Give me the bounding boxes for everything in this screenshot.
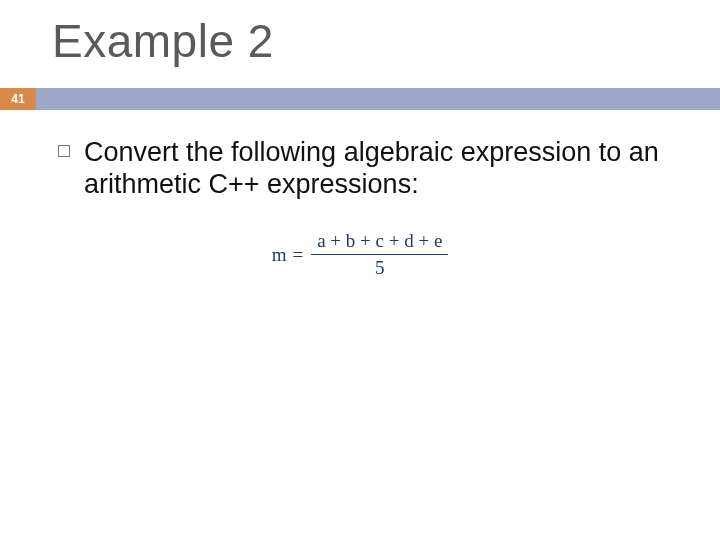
equation-numerator: a + b + c + d + e [311,230,448,254]
title-divider-bar [0,88,720,110]
equation-equals: = [292,244,303,266]
equation-lhs: m [272,244,287,266]
equation: m = a + b + c + d + e 5 [0,230,720,279]
equation-inner: m = a + b + c + d + e 5 [272,230,449,279]
bullet-item: Convert the following algebraic expressi… [58,136,680,201]
page-title: Example 2 [52,14,274,68]
slide-number-badge: 41 [0,88,36,110]
square-bullet-icon [58,145,70,157]
slide: Example 2 41 Convert the following algeb… [0,0,720,540]
content-area: Convert the following algebraic expressi… [58,136,680,201]
equation-fraction: a + b + c + d + e 5 [311,230,448,279]
equation-denominator: 5 [375,255,385,279]
bullet-text: Convert the following algebraic expressi… [84,136,680,201]
